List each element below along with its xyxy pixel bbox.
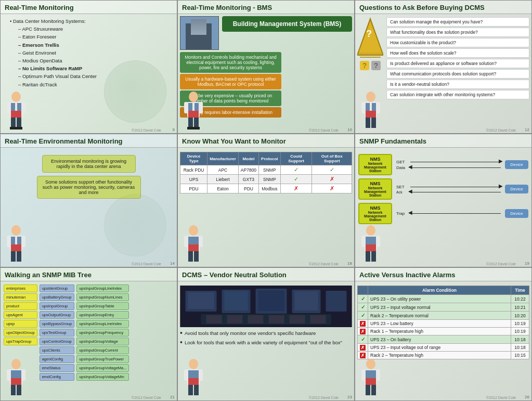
table-row: ✓UPS 23 – Input voltage normal10:21	[358, 303, 529, 312]
device-box-trap: Device	[505, 209, 528, 218]
svg-rect-30	[187, 127, 193, 130]
control-room-image	[180, 286, 352, 327]
svg-rect-106	[366, 378, 376, 385]
cell-mib-tree: Walking an SNMP MIB Tree enterprises min…	[0, 267, 177, 401]
question-8: Can solution integrate with other monito…	[386, 90, 529, 99]
cell-proto-1: SNMP	[259, 165, 280, 175]
questions-list: Can solution manage the equipment you ha…	[386, 16, 529, 100]
alarm-table: Alarm Condition Time ✓UPS 23 – On utilit…	[357, 286, 529, 359]
svg-rect-8	[17, 118, 21, 128]
presenter-figure-2	[178, 92, 214, 133]
svg-rect-29	[194, 118, 199, 128]
cross-icon: ✗	[330, 176, 334, 182]
alarm-condition-header: Alarm Condition	[368, 286, 511, 295]
svg-rect-18	[196, 34, 200, 38]
table-row: ✗Rack 1 – Temperature high10:19	[358, 328, 529, 335]
svg-point-36	[366, 92, 375, 102]
svg-rect-72	[11, 370, 21, 378]
cell-8-content: • Avoid tools that only monitor one vend…	[178, 281, 354, 350]
mib-item: upsObjectGroup	[4, 329, 37, 337]
cell-4-content: Environmental monitoring is growing rapi…	[1, 148, 177, 206]
col-could: Could Support	[280, 152, 312, 165]
svg-rect-35	[360, 57, 381, 58]
svg-rect-43	[366, 118, 370, 128]
svg-rect-53	[17, 251, 21, 262]
alarm-status-cell: ✓	[358, 335, 368, 344]
svg-rect-73	[11, 378, 21, 385]
triangle-area: ? ? ?	[357, 16, 383, 100]
bullet-dot-2: •	[180, 339, 183, 346]
svg-rect-4	[15, 103, 17, 111]
alarm-condition-cell: UPS 23 – Input voltage out of range	[368, 344, 511, 352]
svg-rect-108	[376, 369, 380, 381]
svg-rect-17	[190, 34, 194, 38]
svg-rect-44	[371, 118, 376, 128]
svg-rect-26	[184, 102, 188, 113]
svg-rect-93	[290, 315, 305, 324]
alarm-time-cell: 10:18	[511, 344, 529, 352]
snmp-arrows-get: GET ▶ Data ◀	[394, 160, 503, 170]
cell-device-1: Rack PDU	[180, 165, 207, 175]
cell-1-title: Real-Time Monitoring	[1, 1, 177, 14]
svg-rect-77	[17, 385, 21, 395]
building-image	[180, 16, 219, 50]
col-outofbox: Out of Box Support	[312, 152, 352, 165]
cell-could-2: ✓	[280, 175, 312, 184]
question-5: Is product delivered as appliance or sof…	[386, 59, 529, 68]
table-row: PDU Eaton PDU Modbus ✗ ✗	[180, 184, 352, 193]
svg-rect-94	[310, 315, 326, 324]
cell-6-content: NMS Network Management Station GET ▶ Dat…	[355, 148, 531, 230]
cell-7-title: Walking an SNMP MIB Tree	[1, 268, 177, 281]
svg-rect-11	[180, 17, 219, 50]
svg-rect-6	[21, 102, 25, 113]
table-row: UPS Liebert GXT3 SNMP ✓ ✗	[180, 175, 352, 184]
svg-rect-87	[326, 291, 347, 312]
mib-item: upsControlGroup	[40, 338, 75, 345]
copyright-4: ©2012 David Cole	[132, 262, 161, 266]
mib-item: upsInputGroupNumLines	[76, 293, 129, 301]
mib-item: upsInputGroupFrequency	[76, 329, 129, 337]
svg-rect-40	[370, 103, 372, 111]
alarm-time-cell: 10:21	[511, 303, 529, 312]
presenter-figure	[1, 92, 37, 133]
cell-model-3: PDU	[238, 184, 258, 193]
svg-rect-102	[194, 385, 199, 395]
alarm-status-cell: ✗	[358, 352, 368, 359]
svg-rect-7	[11, 118, 16, 128]
slide-number-9: 26	[525, 395, 529, 399]
bms-bullet-2: Usually a hardware-based system using ei…	[180, 74, 281, 89]
cell-3-content: ? ? ? Can solution manage the equipment …	[355, 14, 531, 102]
cell-could-1: ✓	[280, 165, 312, 175]
globe-decoration-4	[104, 194, 166, 256]
building-photo	[180, 16, 219, 50]
cell-questions: Questions to Ask Before Buying DCMS ? ? …	[355, 0, 532, 134]
cell-real-time-monitoring: Real-Time Monitoring Data Center Monitor…	[0, 0, 177, 134]
copyright-2: ©2012 David Cole	[309, 128, 339, 132]
copyright: ©2012 David Cole	[132, 128, 161, 132]
svg-rect-57	[188, 244, 199, 251]
svg-rect-86	[295, 291, 318, 311]
svg-rect-92	[269, 315, 284, 324]
cell-2-title: Real-Time Monitoring - BMS	[178, 1, 354, 14]
snmp-arrows-set: SET ▶ Ack ◀	[394, 185, 503, 194]
env-box-1: Environmental monitoring is growing rapi…	[42, 155, 136, 173]
bms-info-area: Building Management System (BMS)	[222, 16, 352, 35]
svg-rect-101	[188, 385, 193, 395]
check-icon: ✓	[361, 296, 365, 302]
mib-item: upsAgent	[4, 311, 37, 319]
presenter-figure-4	[1, 225, 37, 267]
copyright-8: ©2012 David Cole	[309, 396, 339, 399]
cell-3-title: Questions to Ask Before Buying DCMS	[355, 1, 531, 14]
mib-item: upsInputGroupEntry	[76, 311, 129, 319]
device-box-set: Device	[505, 185, 528, 193]
svg-rect-100	[199, 369, 203, 381]
cell-could-3: ✗	[280, 184, 312, 193]
mib-item: upsInputGroup	[40, 302, 75, 310]
mib-item: emdStatus	[40, 364, 75, 372]
question-2: What functionality does the solution pro…	[386, 28, 529, 37]
svg-rect-24	[188, 111, 199, 118]
svg-rect-67	[376, 236, 380, 247]
nms-box-trap: NMS Network Management Station	[358, 203, 392, 224]
cell-5-title: Know What You Want to Monitor	[178, 134, 354, 148]
slide-number-6: 19	[525, 261, 529, 266]
